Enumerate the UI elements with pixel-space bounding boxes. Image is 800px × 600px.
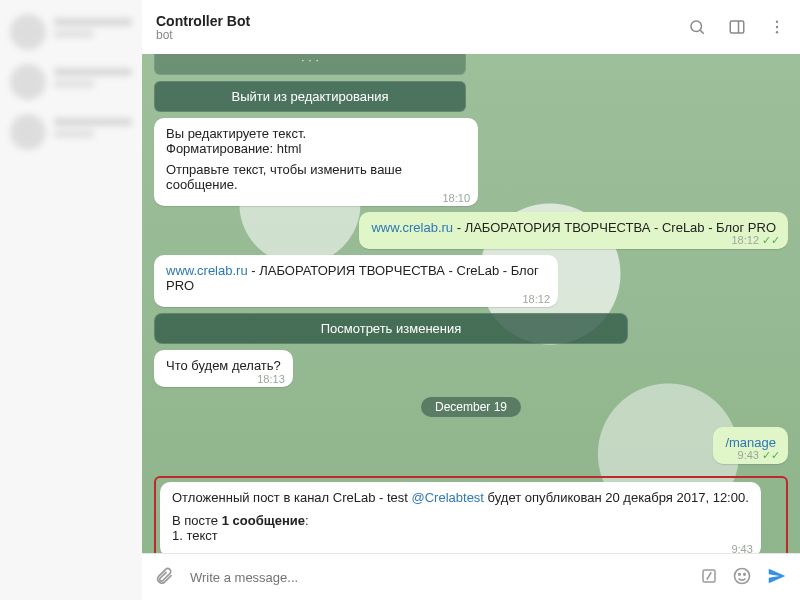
link[interactable]: www.crelab.ru — [371, 220, 453, 235]
text: : — [305, 513, 309, 528]
command-icon[interactable] — [700, 567, 718, 588]
panel-icon[interactable] — [728, 18, 746, 36]
message-scheduled-info: Отложенный пост в канал CreLab - test @C… — [160, 482, 761, 554]
svg-point-10 — [739, 573, 741, 575]
text: Что будем делать? — [166, 358, 281, 373]
chat-header: Controller Bot bot — [142, 0, 800, 55]
link[interactable]: www.crelab.ru — [166, 263, 248, 278]
message-editing-info: Вы редактируете текст. Форматирование: h… — [154, 118, 478, 206]
message-composer — [142, 553, 800, 600]
timestamp: 9:43✓✓ — [738, 449, 780, 462]
emoji-icon[interactable] — [732, 566, 752, 589]
text: будет опубликован 20 декабря 2017, 12:00… — [484, 490, 749, 505]
svg-rect-2 — [730, 21, 744, 33]
text: Отправьте текст, чтобы изменить ваше соо… — [166, 162, 466, 192]
svg-line-8 — [707, 572, 712, 580]
channel-handle[interactable]: @Crelabtest — [412, 490, 484, 505]
command-link[interactable]: /manage — [725, 435, 776, 450]
svg-point-6 — [776, 31, 778, 33]
read-ticks-icon: ✓✓ — [762, 449, 780, 461]
message-whatdo: Что будем делать? 18:13 — [154, 350, 293, 387]
more-icon[interactable] — [768, 18, 786, 36]
text: 1 сообщение — [222, 513, 305, 528]
highlighted-panel: Отложенный пост в канал CreLab - test @C… — [154, 476, 788, 554]
timestamp: 18:10 — [442, 192, 470, 204]
search-icon[interactable] — [688, 18, 706, 36]
text: 1. текст — [172, 528, 749, 543]
inline-button-truncated[interactable]: · · · — [154, 54, 466, 75]
message-manage: /manage 9:43✓✓ — [713, 427, 788, 464]
timestamp: 18:13 — [257, 373, 285, 385]
attach-icon[interactable] — [154, 566, 174, 589]
timestamp: 18:12 — [522, 293, 550, 305]
view-changes-button[interactable]: Посмотреть изменения — [154, 313, 628, 344]
exit-editing-button[interactable]: Выйти из редактирования — [154, 81, 466, 112]
text: Отложенный пост в канал CreLab - test — [172, 490, 412, 505]
message-incoming-link: www.crelab.ru - ЛАБОРАТОРИЯ ТВОРЧЕСТВА -… — [154, 255, 558, 307]
svg-point-5 — [776, 26, 778, 28]
message-outgoing-link: www.crelab.ru - ЛАБОРАТОРИЯ ТВОРЧЕСТВА -… — [359, 212, 788, 249]
sidebar — [0, 0, 143, 600]
send-button[interactable] — [766, 565, 788, 590]
chat-subtitle: bot — [156, 28, 250, 42]
text: Форматирование: html — [166, 141, 466, 156]
text: Вы редактируете текст. — [166, 126, 466, 141]
chat-area: · · · Выйти из редактирования Вы редакти… — [142, 54, 800, 554]
chat-title: Controller Bot — [156, 13, 250, 29]
text: В посте — [172, 513, 222, 528]
timestamp: 18:12✓✓ — [731, 234, 780, 247]
message-input[interactable] — [188, 569, 686, 586]
svg-point-11 — [744, 573, 746, 575]
svg-line-1 — [700, 30, 703, 33]
svg-point-0 — [691, 21, 702, 32]
text: - ЛАБОРАТОРИЯ ТВОРЧЕСТВА - CreLab - Блог… — [453, 220, 776, 235]
svg-point-9 — [735, 568, 750, 583]
date-separator: December 19 — [421, 397, 521, 417]
svg-point-4 — [776, 21, 778, 23]
read-ticks-icon: ✓✓ — [762, 234, 780, 246]
